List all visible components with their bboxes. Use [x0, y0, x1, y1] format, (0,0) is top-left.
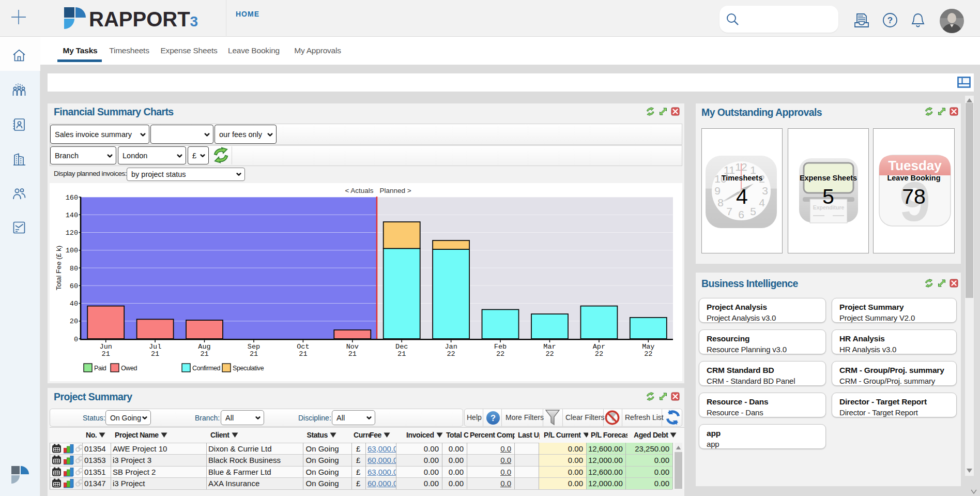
svg-text:6: 6 — [738, 208, 744, 220]
svg-text:22: 22 — [545, 350, 554, 358]
svg-text:Planned >: Planned > — [379, 187, 411, 194]
svg-text:21: 21 — [348, 350, 357, 358]
svg-text:Oct: Oct — [297, 343, 309, 351]
svg-text:4: 4 — [759, 197, 765, 208]
svg-text:22: 22 — [595, 350, 603, 358]
svg-text:100: 100 — [66, 247, 78, 254]
svg-text:Apr: Apr — [593, 343, 605, 351]
svg-text:Confirmed: Confirmed — [192, 365, 221, 372]
svg-text:Paid: Paid — [94, 365, 106, 372]
svg-text:80: 80 — [70, 265, 78, 273]
svg-text:Feb: Feb — [494, 343, 507, 351]
svg-text:?: ? — [491, 413, 496, 423]
svg-text:21: 21 — [250, 350, 258, 358]
svg-text:21: 21 — [200, 350, 208, 358]
svg-text:9: 9 — [714, 185, 721, 197]
svg-text:Total Fee (£ k): Total Fee (£ k) — [55, 246, 63, 290]
svg-text:Jul: Jul — [149, 343, 161, 351]
svg-text:Nov: Nov — [346, 343, 359, 351]
svg-text:Dec: Dec — [395, 343, 408, 351]
svg-text:40: 40 — [70, 300, 78, 308]
svg-text:?: ? — [887, 16, 893, 25]
svg-text:21: 21 — [299, 350, 307, 358]
svg-text:7: 7 — [726, 205, 732, 217]
svg-text:160: 160 — [66, 194, 78, 202]
svg-text:Speculative: Speculative — [233, 365, 264, 372]
svg-text:21: 21 — [397, 350, 406, 358]
svg-text:Jun: Jun — [100, 343, 112, 351]
svg-text:Sep: Sep — [248, 343, 260, 351]
svg-text:60: 60 — [70, 282, 78, 290]
svg-text:22: 22 — [496, 350, 504, 358]
svg-text:Owed: Owed — [121, 365, 137, 372]
svg-text:5: 5 — [750, 205, 756, 217]
svg-text:20: 20 — [70, 318, 78, 325]
svg-text:Jan: Jan — [445, 343, 457, 351]
svg-text:21: 21 — [151, 350, 159, 358]
svg-text:May: May — [642, 343, 654, 351]
svg-text:0: 0 — [74, 336, 78, 343]
svg-text:22: 22 — [447, 350, 455, 358]
svg-text:22: 22 — [644, 350, 652, 358]
svg-text:< Actuals: < Actuals — [345, 187, 373, 194]
svg-text:3: 3 — [762, 185, 768, 197]
svg-text:Mar: Mar — [543, 343, 556, 351]
svg-text:Aug: Aug — [198, 343, 210, 351]
svg-text:140: 140 — [66, 212, 78, 219]
svg-text:21: 21 — [102, 350, 110, 358]
svg-text:120: 120 — [66, 229, 78, 237]
